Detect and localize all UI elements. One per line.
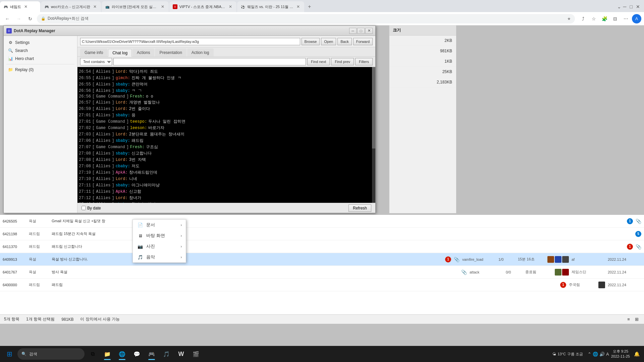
sys-tray: ⌃ 🌐 🔊 A xyxy=(588,352,609,357)
taskbar-edge-underline xyxy=(119,359,125,360)
search-filter-dropdown[interactable]: Text contains xyxy=(80,58,112,65)
ctx-item-music[interactable]: 🎵 음악 › xyxy=(133,252,186,262)
taskbar-edge[interactable]: 🌐 xyxy=(115,347,129,361)
tabs-dropdown[interactable]: ⌄ xyxy=(617,4,621,9)
start-button[interactable]: ⊞ xyxy=(3,347,16,361)
file-avatars-4 xyxy=(547,256,569,263)
taskbar-win11[interactable]: W xyxy=(174,347,188,361)
tab-actions[interactable]: Actions xyxy=(132,49,154,56)
close-browser[interactable]: ✕ xyxy=(636,4,640,9)
sidebar-item-settings[interactable]: ⚙ Settings xyxy=(4,39,77,47)
tab-close-4[interactable]: ✕ xyxy=(228,4,233,9)
list-view-icon[interactable]: ≡ xyxy=(625,316,632,323)
tab-close-3[interactable]: ✕ xyxy=(160,4,165,9)
start-icon: ⊞ xyxy=(5,350,14,358)
forward-button[interactable]: → xyxy=(14,14,23,23)
file-manager-area: 6426505 욕설 Gmail 지메일 욕설 신고 +킬댓 창 1 📎 642… xyxy=(0,215,644,315)
tab-game-info[interactable]: Game info xyxy=(80,49,107,56)
window-maximize[interactable]: □ xyxy=(357,28,365,34)
game-icon: 🎮 xyxy=(147,350,156,358)
tab-action-log[interactable]: Action log xyxy=(187,49,214,56)
sidebar-item-search[interactable]: 🔍 Search xyxy=(4,47,77,55)
taskbar-task-view[interactable]: ⧉ xyxy=(86,347,99,361)
address-bar[interactable]: 🔒 DotAReplay+최신 검색 ★ xyxy=(37,14,575,23)
tab-close-2[interactable]: ✕ xyxy=(92,4,98,9)
file-winner-5: 종료됨 xyxy=(525,269,552,275)
extensions-icon[interactable]: 🧩 xyxy=(600,14,609,23)
open-button[interactable]: Open xyxy=(321,38,336,45)
back-button[interactable]: ← xyxy=(3,14,12,23)
tray-chevron[interactable]: ⌃ xyxy=(588,352,591,357)
by-date-checkbox[interactable] xyxy=(82,206,86,210)
browser-menu-icon[interactable]: ⋯ xyxy=(621,14,631,23)
tab-title-5: 웨일즈 vs. 이란 - 25 11월 2022... xyxy=(247,4,293,9)
taskbar-video[interactable]: 🎬 xyxy=(189,347,203,361)
tab-wales[interactable]: ⚽ 웨일즈 vs. 이란 - 25 11월 2022... ✕ xyxy=(237,1,304,12)
photos-icon: 📷 xyxy=(137,243,144,250)
find-next-button[interactable]: Find next xyxy=(307,58,330,65)
tab-chat-log[interactable]: Chat log xyxy=(108,49,132,57)
browse-button[interactable]: Browse xyxy=(302,38,320,45)
ctx-expand-documents: › xyxy=(181,223,182,227)
tab-wcc[interactable]: 🎮 wcc카오스 - 신고게시판 ✕ xyxy=(41,1,101,12)
file-type-4: 욕설 xyxy=(29,257,49,262)
clip-icon-3: 📎 xyxy=(636,244,641,249)
find-prev-button[interactable]: Find prev xyxy=(331,58,354,65)
tab-viptv[interactable]: V VIPTV - 스포츠 중계.NBA 중계.M... ✕ xyxy=(169,1,236,12)
file-row-6[interactable]: 6400000 패드립 패드립 1 주국림 2022.11.24 xyxy=(0,279,644,291)
filepath-input[interactable] xyxy=(80,38,300,45)
filters-button[interactable]: Filters xyxy=(355,58,373,65)
forward-replay-button[interactable]: Forward xyxy=(353,38,373,45)
taskbar-search-bar[interactable]: 🔍 검색 xyxy=(17,348,85,360)
tray-volume[interactable]: 🔊 xyxy=(599,352,605,357)
star-icon[interactable]: ★ xyxy=(567,16,571,21)
chat-content: 26:54[Allies] Lord: 막다)까지 죄도 26:55[Allie… xyxy=(77,67,375,203)
tab-presentation[interactable]: Presentation xyxy=(155,49,186,56)
bookmark-star-icon[interactable]: ☆ xyxy=(589,14,598,23)
ctx-item-documents[interactable]: 📄 문서 › xyxy=(133,220,186,230)
file-row-4[interactable]: 6409913 욕설 욕설 방사 신고합니다. 1 📎 vamfire_load… xyxy=(0,253,644,266)
file-row-1[interactable]: 6426505 욕설 Gmail 지메일 욕설 신고 +킬댓 창 1 📎 xyxy=(0,215,644,228)
split-icon[interactable]: ⊟ xyxy=(610,14,620,23)
address-url: DotAReplay+최신 검색 xyxy=(48,16,89,21)
chat-scrollbar[interactable] xyxy=(372,67,375,203)
share-icon[interactable]: ⤴ xyxy=(578,14,588,23)
file-row-5[interactable]: 6401767 욕설 방사 욕설 📎 attack 0/0 종료됨 제임스딘 2… xyxy=(0,266,644,279)
ctx-item-desktop[interactable]: 🖥 바탕 화면 › xyxy=(133,230,186,241)
taskbar-game[interactable]: 🎮 xyxy=(145,347,158,361)
taskbar-file-explorer[interactable]: 📁 xyxy=(101,347,114,361)
window-close[interactable]: ✕ xyxy=(365,28,373,34)
chat-scroll-thumb[interactable] xyxy=(372,67,375,148)
tab-close-5[interactable]: ✕ xyxy=(296,4,301,9)
sidebar-item-hero-chart[interactable]: 📊 Hero chart xyxy=(4,55,77,63)
taskbar-media[interactable]: 🎵 xyxy=(160,347,173,361)
reload-button[interactable]: ↻ xyxy=(25,14,35,23)
tab-close-1[interactable]: ✕ xyxy=(23,4,29,9)
file-id-1: 6426505 xyxy=(3,219,26,223)
chat-line: 27:10[Allies] ApkA: 창녀패드립인데 xyxy=(79,169,374,176)
add-tab-button[interactable]: + xyxy=(305,2,314,11)
grid-view-icon[interactable]: ⊞ xyxy=(633,316,640,323)
minimize-browser[interactable]: ─ xyxy=(623,4,627,9)
tab-favicon-2: 🎮 xyxy=(44,4,49,9)
tray-network[interactable]: 🌐 xyxy=(593,352,598,357)
taskbar-clock[interactable]: 오후 9:25 2022-11-25 xyxy=(611,349,630,359)
taskbar-teams[interactable]: 💬 xyxy=(130,347,144,361)
notification-button[interactable]: 🔔 xyxy=(632,349,641,359)
tab-liveman[interactable]: 📺 라이브맨 [전세계 모든 실시간 스... ✕ xyxy=(102,1,169,12)
right-panel: Browse Open Back Forward Game info Chat … xyxy=(77,36,375,213)
maximize-browser[interactable]: □ xyxy=(630,4,633,9)
clock-date: 2022-11-25 xyxy=(611,354,630,359)
back-replay-button[interactable]: Back xyxy=(337,38,352,45)
window-minimize[interactable]: ─ xyxy=(349,28,357,34)
chat-line: 27:12[Allies] Lord: 창녀가 xyxy=(79,195,374,201)
file-row-3[interactable]: 6411370 패드립 패드립 신고합니다 1 📎 xyxy=(0,240,644,253)
profile-button[interactable]: A xyxy=(632,14,641,23)
sidebar-item-replay[interactable]: 📁 Replay (0) xyxy=(4,66,77,74)
file-row-2[interactable]: 6421198 패드립 패드립 15분간 지속적 욕설 5 xyxy=(0,228,644,240)
search-input[interactable] xyxy=(113,58,306,65)
ctx-item-photos[interactable]: 📷 사진 › xyxy=(133,241,186,252)
tab-named[interactable]: 🎮 네임드 ✕ xyxy=(0,1,40,12)
file-winner-6: 주국림 xyxy=(569,282,596,287)
refresh-button[interactable]: Refresh xyxy=(348,204,371,212)
